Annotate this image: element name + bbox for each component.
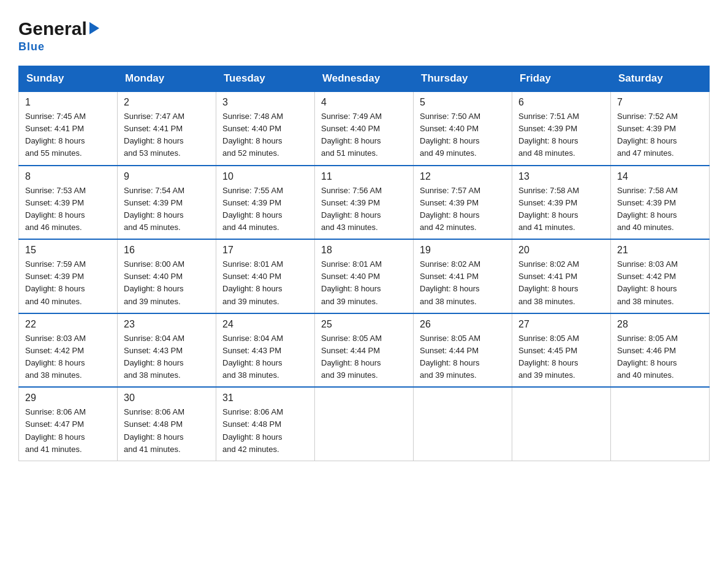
day-info: Sunrise: 8:03 AM Sunset: 4:42 PM Dayligh… [25, 332, 111, 382]
calendar-day-cell: 21 Sunrise: 8:03 AM Sunset: 4:42 PM Dayl… [611, 239, 710, 313]
day-number: 8 [25, 171, 111, 182]
calendar-header-row: SundayMondayTuesdayWednesdayThursdayFrid… [19, 66, 710, 92]
day-number: 9 [124, 171, 210, 182]
page-header: General Blue [18, 18, 710, 53]
calendar-day-cell: 24 Sunrise: 8:04 AM Sunset: 4:43 PM Dayl… [216, 313, 315, 388]
calendar-week-row: 1 Sunrise: 7:45 AM Sunset: 4:41 PM Dayli… [19, 91, 710, 166]
day-number: 25 [321, 319, 407, 330]
day-number: 21 [617, 245, 703, 256]
calendar-day-cell: 14 Sunrise: 7:58 AM Sunset: 4:39 PM Dayl… [611, 166, 710, 240]
day-number: 12 [420, 171, 506, 182]
day-number: 18 [321, 245, 407, 256]
day-info: Sunrise: 8:04 AM Sunset: 4:43 PM Dayligh… [124, 332, 210, 382]
day-number: 10 [222, 171, 308, 182]
day-number: 24 [222, 319, 308, 330]
calendar-day-cell: 4 Sunrise: 7:49 AM Sunset: 4:40 PM Dayli… [315, 91, 414, 166]
day-number: 28 [617, 319, 703, 330]
day-number: 1 [25, 97, 111, 108]
day-number: 16 [124, 245, 210, 256]
day-number: 17 [222, 245, 308, 256]
logo: General Blue [18, 18, 99, 53]
day-info: Sunrise: 7:58 AM Sunset: 4:39 PM Dayligh… [518, 185, 604, 234]
day-info: Sunrise: 8:06 AM Sunset: 4:47 PM Dayligh… [25, 406, 111, 456]
calendar-day-cell: 5 Sunrise: 7:50 AM Sunset: 4:40 PM Dayli… [414, 91, 512, 166]
calendar-day-cell: 3 Sunrise: 7:48 AM Sunset: 4:40 PM Dayli… [216, 91, 315, 166]
calendar-day-cell: 18 Sunrise: 8:01 AM Sunset: 4:40 PM Dayl… [315, 239, 414, 313]
day-info: Sunrise: 7:48 AM Sunset: 4:40 PM Dayligh… [222, 110, 308, 160]
day-info: Sunrise: 8:04 AM Sunset: 4:43 PM Dayligh… [222, 332, 308, 382]
day-number: 23 [124, 319, 210, 330]
day-number: 14 [617, 171, 703, 182]
logo-blue-text: Blue [18, 40, 45, 53]
header-thursday: Thursday [414, 66, 512, 92]
day-number: 2 [124, 97, 210, 108]
logo-general-text: General [18, 18, 87, 39]
day-info: Sunrise: 8:06 AM Sunset: 4:48 PM Dayligh… [222, 406, 308, 456]
day-number: 22 [25, 319, 111, 330]
day-info: Sunrise: 7:52 AM Sunset: 4:39 PM Dayligh… [617, 110, 703, 160]
calendar-week-row: 15 Sunrise: 7:59 AM Sunset: 4:39 PM Dayl… [19, 239, 710, 313]
day-info: Sunrise: 8:05 AM Sunset: 4:44 PM Dayligh… [321, 332, 407, 382]
day-number: 5 [420, 97, 506, 108]
day-number: 27 [518, 319, 604, 330]
calendar-week-row: 29 Sunrise: 8:06 AM Sunset: 4:47 PM Dayl… [19, 387, 710, 461]
day-info: Sunrise: 8:05 AM Sunset: 4:44 PM Dayligh… [420, 332, 506, 382]
calendar-day-cell: 25 Sunrise: 8:05 AM Sunset: 4:44 PM Dayl… [315, 313, 414, 388]
day-info: Sunrise: 7:47 AM Sunset: 4:41 PM Dayligh… [124, 110, 210, 160]
calendar-day-cell: 13 Sunrise: 7:58 AM Sunset: 4:39 PM Dayl… [512, 166, 611, 240]
day-number: 4 [321, 97, 407, 108]
calendar-day-cell: 10 Sunrise: 7:55 AM Sunset: 4:39 PM Dayl… [216, 166, 315, 240]
day-info: Sunrise: 7:55 AM Sunset: 4:39 PM Dayligh… [222, 185, 308, 234]
day-number: 3 [222, 97, 308, 108]
calendar-day-cell: 31 Sunrise: 8:06 AM Sunset: 4:48 PM Dayl… [216, 387, 315, 461]
calendar-week-row: 8 Sunrise: 7:53 AM Sunset: 4:39 PM Dayli… [19, 166, 710, 240]
header-sunday: Sunday [19, 66, 118, 92]
header-wednesday: Wednesday [315, 66, 414, 92]
day-info: Sunrise: 8:05 AM Sunset: 4:45 PM Dayligh… [518, 332, 604, 382]
calendar-day-cell: 12 Sunrise: 7:57 AM Sunset: 4:39 PM Dayl… [414, 166, 512, 240]
calendar-day-cell: 1 Sunrise: 7:45 AM Sunset: 4:41 PM Dayli… [19, 91, 118, 166]
logo-triangle-icon [89, 22, 99, 34]
header-friday: Friday [512, 66, 611, 92]
calendar-day-cell: 26 Sunrise: 8:05 AM Sunset: 4:44 PM Dayl… [414, 313, 512, 388]
day-info: Sunrise: 7:51 AM Sunset: 4:39 PM Dayligh… [518, 110, 604, 160]
calendar-week-row: 22 Sunrise: 8:03 AM Sunset: 4:42 PM Dayl… [19, 313, 710, 388]
calendar-day-cell: 7 Sunrise: 7:52 AM Sunset: 4:39 PM Dayli… [611, 91, 710, 166]
day-number: 19 [420, 245, 506, 256]
day-number: 13 [518, 171, 604, 182]
header-monday: Monday [118, 66, 216, 92]
calendar-day-cell: 19 Sunrise: 8:02 AM Sunset: 4:41 PM Dayl… [414, 239, 512, 313]
day-number: 30 [124, 393, 210, 404]
day-info: Sunrise: 8:06 AM Sunset: 4:48 PM Dayligh… [124, 406, 210, 456]
calendar-day-cell: 16 Sunrise: 8:00 AM Sunset: 4:40 PM Dayl… [118, 239, 216, 313]
day-info: Sunrise: 7:59 AM Sunset: 4:39 PM Dayligh… [25, 258, 111, 308]
day-info: Sunrise: 7:50 AM Sunset: 4:40 PM Dayligh… [420, 110, 506, 160]
calendar-day-cell: 20 Sunrise: 8:02 AM Sunset: 4:41 PM Dayl… [512, 239, 611, 313]
day-info: Sunrise: 7:49 AM Sunset: 4:40 PM Dayligh… [321, 110, 407, 160]
header-saturday: Saturday [611, 66, 710, 92]
calendar-day-cell: 15 Sunrise: 7:59 AM Sunset: 4:39 PM Dayl… [19, 239, 118, 313]
calendar-day-cell [512, 387, 611, 461]
day-info: Sunrise: 7:57 AM Sunset: 4:39 PM Dayligh… [420, 185, 506, 234]
day-info: Sunrise: 8:01 AM Sunset: 4:40 PM Dayligh… [321, 258, 407, 308]
calendar-day-cell: 8 Sunrise: 7:53 AM Sunset: 4:39 PM Dayli… [19, 166, 118, 240]
calendar-day-cell: 22 Sunrise: 8:03 AM Sunset: 4:42 PM Dayl… [19, 313, 118, 388]
calendar-day-cell: 11 Sunrise: 7:56 AM Sunset: 4:39 PM Dayl… [315, 166, 414, 240]
calendar-day-cell [414, 387, 512, 461]
day-info: Sunrise: 8:01 AM Sunset: 4:40 PM Dayligh… [222, 258, 308, 308]
calendar-day-cell: 27 Sunrise: 8:05 AM Sunset: 4:45 PM Dayl… [512, 313, 611, 388]
calendar-day-cell: 29 Sunrise: 8:06 AM Sunset: 4:47 PM Dayl… [19, 387, 118, 461]
calendar-day-cell: 28 Sunrise: 8:05 AM Sunset: 4:46 PM Dayl… [611, 313, 710, 388]
day-number: 7 [617, 97, 703, 108]
calendar-day-cell: 6 Sunrise: 7:51 AM Sunset: 4:39 PM Dayli… [512, 91, 611, 166]
day-info: Sunrise: 8:00 AM Sunset: 4:40 PM Dayligh… [124, 258, 210, 308]
day-info: Sunrise: 7:56 AM Sunset: 4:39 PM Dayligh… [321, 185, 407, 234]
day-info: Sunrise: 7:54 AM Sunset: 4:39 PM Dayligh… [124, 185, 210, 234]
day-number: 31 [222, 393, 308, 404]
calendar-day-cell: 9 Sunrise: 7:54 AM Sunset: 4:39 PM Dayli… [118, 166, 216, 240]
day-number: 26 [420, 319, 506, 330]
calendar-day-cell: 2 Sunrise: 7:47 AM Sunset: 4:41 PM Dayli… [118, 91, 216, 166]
calendar-day-cell: 17 Sunrise: 8:01 AM Sunset: 4:40 PM Dayl… [216, 239, 315, 313]
day-info: Sunrise: 8:03 AM Sunset: 4:42 PM Dayligh… [617, 258, 703, 308]
day-number: 29 [25, 393, 111, 404]
